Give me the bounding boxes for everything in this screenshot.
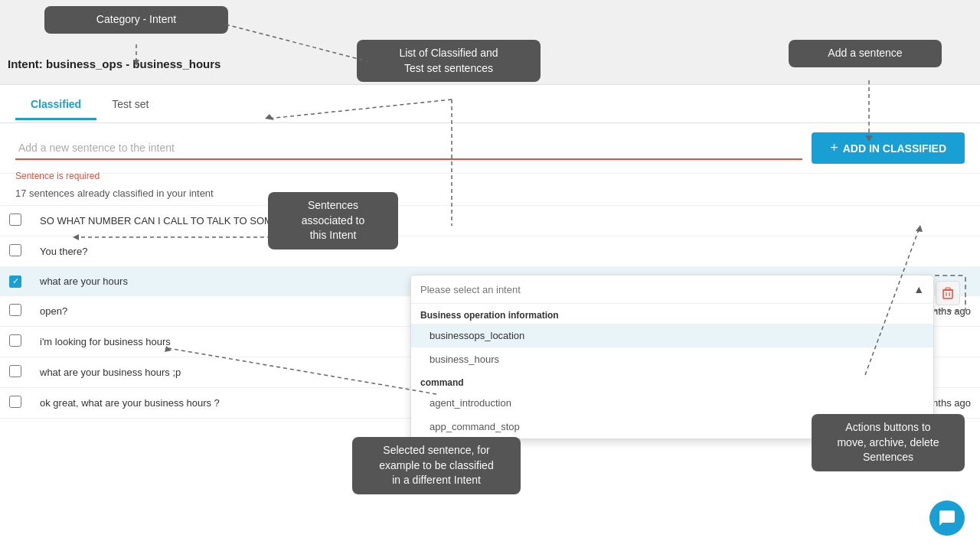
list-sentences-tooltip: List of Classified andTest set sentences: [357, 40, 541, 82]
error-text: Sentence is required: [15, 171, 980, 181]
row-checkbox[interactable]: [9, 396, 21, 408]
checkbox-cell: [0, 206, 31, 236]
svg-rect-2: [943, 290, 952, 298]
checkbox-cell: [0, 326, 31, 357]
sentence-input[interactable]: [15, 137, 802, 160]
row-checkbox[interactable]: [9, 214, 21, 226]
chat-bubble-button[interactable]: [929, 500, 965, 536]
checkbox-cell: [0, 295, 31, 326]
dropdown-arrow-icon[interactable]: ▲: [913, 283, 924, 295]
time-cell: [873, 236, 980, 267]
main-content: Classified Test set + ADD IN CLASSIFIED …: [0, 84, 980, 551]
checkbox-cell: [0, 357, 31, 387]
tabs-row: Classified Test set: [0, 85, 980, 123]
chat-icon: [938, 509, 956, 527]
row-checkbox[interactable]: [9, 334, 21, 347]
table-row[interactable]: You there?: [0, 236, 980, 267]
sentence-count: 17 sentences already classified in your …: [0, 181, 980, 206]
sentence-text: SO WHAT NUMBER CAN I CALL TO TALK TO SOM…: [31, 206, 781, 236]
sentences-associated-tooltip: Sentencesassociated tothis Intent: [268, 192, 398, 249]
dropdown-header: ▲: [411, 276, 933, 304]
checkbox-cell: ✓: [0, 267, 31, 296]
checkbox-checked[interactable]: ✓: [9, 276, 21, 288]
dropdown-group-label: command: [411, 371, 933, 391]
table-row[interactable]: SO WHAT NUMBER CAN I CALL TO TALK TO SOM…: [0, 206, 980, 236]
tag-cell: [781, 206, 873, 236]
row-checkbox[interactable]: [9, 304, 21, 316]
delete-button[interactable]: [936, 281, 960, 305]
selected-sentence-tooltip: Selected sentence, forexample to be clas…: [352, 437, 521, 494]
intent-label: Intent: business_ops - business_hours: [8, 57, 220, 70]
dropdown-search-input[interactable]: [420, 284, 913, 295]
add-classified-button[interactable]: + ADD IN CLASSIFIED: [812, 132, 965, 164]
row-checkbox[interactable]: [9, 365, 21, 377]
tab-classified[interactable]: Classified: [15, 89, 96, 119]
dropdown-item[interactable]: businessops_location: [411, 324, 933, 347]
action-buttons-tooltip: Actions buttons tomove, archive, deleteS…: [812, 414, 965, 471]
trash-icon: [942, 287, 953, 299]
category-intent-tooltip: Category - Intent: [44, 6, 228, 34]
add-button-label: ADD IN CLASSIFIED: [843, 142, 946, 155]
add-sentence-tooltip: Add a sentence: [789, 40, 942, 67]
dropdown-group-label: Business operation information: [411, 304, 933, 324]
time-cell: [873, 206, 980, 236]
dropdown-item[interactable]: agent_introduction: [411, 391, 933, 415]
tag-cell: [781, 236, 873, 267]
dropdown-item[interactable]: business_hours: [411, 347, 933, 371]
checkbox-cell: [0, 236, 31, 267]
tab-test-set[interactable]: Test set: [96, 89, 164, 119]
row-checkbox[interactable]: [9, 244, 21, 256]
checkbox-cell: [0, 387, 31, 418]
svg-line-9: [226, 24, 368, 61]
sentence-text: You there?: [31, 236, 781, 267]
plus-icon: +: [830, 140, 838, 156]
